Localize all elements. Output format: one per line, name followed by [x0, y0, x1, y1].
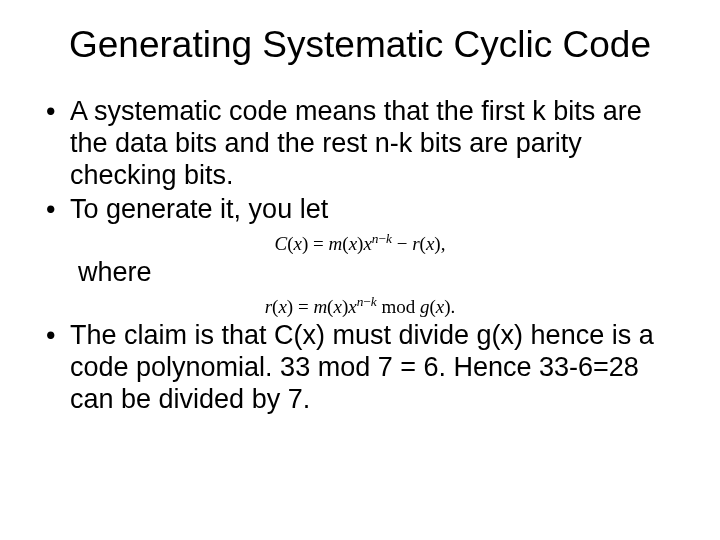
bullet-list-2: The claim is that C(x) must divide g(x) … — [40, 320, 680, 416]
formula-1: C(x) = m(x)xn−k − r(x), — [275, 233, 446, 254]
where-label: where — [40, 257, 680, 288]
bullet-2: To generate it, you let — [40, 194, 680, 226]
formula-2-block: r(x) = m(x)xn−k mod g(x). — [40, 296, 680, 318]
formula-1-block: C(x) = m(x)xn−k − r(x), — [40, 233, 680, 255]
bullet-1: A systematic code means that the first k… — [40, 96, 680, 192]
slide: Generating Systematic Cyclic Code A syst… — [0, 0, 720, 540]
bullet-3: The claim is that C(x) must divide g(x) … — [40, 320, 680, 416]
bullet-list: A systematic code means that the first k… — [40, 96, 680, 225]
formula-2: r(x) = m(x)xn−k mod g(x). — [265, 296, 456, 317]
slide-title: Generating Systematic Cyclic Code — [40, 24, 680, 66]
